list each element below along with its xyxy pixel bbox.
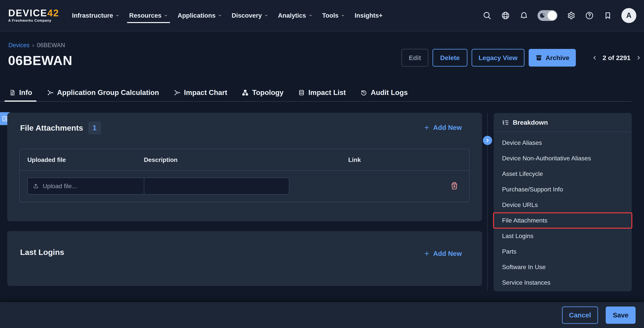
archive-button[interactable]: Archive (529, 49, 576, 67)
table-rows-icon (298, 89, 305, 96)
device-action-bar: Edit Delete Legacy View Archive 2 of 229… (402, 49, 641, 67)
top-nav: DEVICE42 A Freshworks Company Infrastruc… (0, 0, 644, 31)
logo-accent: 42 (47, 8, 59, 19)
detail-tabs: Info Application Group Calculation Impac… (0, 84, 632, 102)
page-title: 06BEWAN (8, 53, 72, 68)
chevron-down-icon (341, 14, 345, 18)
next-record-icon[interactable] (636, 55, 641, 61)
breakdown-panel: Breakdown Device Aliases Device Non-Auth… (494, 113, 632, 291)
collapse-breakdown-button[interactable] (483, 136, 492, 145)
breakdown-item-last-logins[interactable]: Last Logins (494, 228, 631, 244)
delete-attachment-button[interactable] (450, 182, 459, 190)
nav-item-analytics[interactable]: Analytics (273, 0, 318, 31)
upload-file-button[interactable]: Upload file... (28, 178, 144, 195)
breakdown-item-device-non-authoritative-aliases[interactable]: Device Non-Authoritative Aliases (494, 150, 631, 166)
breakdown-item-asset-lifecycle[interactable]: Asset Lifecycle (494, 166, 631, 182)
column-header-uploaded-file: Uploaded file (20, 156, 144, 163)
breakdown-item-parts[interactable]: Parts (494, 244, 631, 259)
breakdown-item-service-instances[interactable]: Service Instances (494, 275, 631, 290)
sitemap-icon (242, 89, 249, 96)
breakdown-item-file-attachments[interactable]: File Attachments (494, 213, 631, 228)
nav-item-applications[interactable]: Applications (173, 0, 227, 31)
nav-item-discovery[interactable]: Discovery (227, 0, 273, 31)
attachments-table: Uploaded file Description Link Upload fi… (19, 149, 470, 202)
list-tree-icon (502, 119, 509, 126)
main-menu: Infrastructure Resources Applications Di… (67, 0, 387, 31)
file-attachments-header: File Attachments 1 (20, 121, 101, 134)
plus-icon (424, 124, 430, 131)
file-text-icon (9, 89, 16, 96)
plus-icon (424, 250, 430, 257)
breadcrumb-devices-link[interactable]: Devices (8, 42, 30, 49)
moon-icon (539, 12, 546, 19)
save-bar: Cancel Save (0, 302, 644, 328)
legacy-view-button[interactable]: Legacy View (472, 49, 524, 67)
theme-toggle[interactable] (538, 10, 558, 21)
last-logins-header: Last Logins (20, 248, 64, 257)
chevron-down-icon (218, 14, 222, 18)
attachment-row: Upload file... (20, 171, 469, 201)
archive-icon (535, 54, 542, 61)
previous-record-icon[interactable] (592, 55, 598, 61)
chevron-down-icon (308, 14, 312, 18)
tab-audit-logs[interactable]: Audit Logs (356, 84, 412, 101)
device42-logo[interactable]: DEVICE42 A Freshworks Company (8, 8, 59, 23)
breakdown-item-software-in-use[interactable]: Software In Use (494, 259, 631, 275)
upload-icon (33, 183, 39, 189)
edit-button[interactable]: Edit (402, 49, 428, 67)
breadcrumb-current: 06BEWAN (37, 42, 65, 49)
help-icon[interactable] (584, 11, 594, 20)
tab-impact-chart[interactable]: Impact Chart (169, 84, 232, 101)
delete-button[interactable]: Delete (432, 49, 468, 67)
tab-info[interactable]: Info (4, 84, 36, 101)
section-title: Last Logins (20, 248, 64, 257)
cancel-button[interactable]: Cancel (562, 306, 598, 324)
chevron-right-icon (485, 137, 490, 143)
chevron-down-icon (164, 14, 168, 18)
nav-item-insights[interactable]: Insights+ (350, 0, 387, 31)
file-attachments-section: File Attachments 1 Add New Uploaded file… (7, 113, 482, 221)
top-nav-utilities: A (482, 8, 636, 23)
upload-placeholder: Upload file... (43, 183, 77, 190)
search-icon[interactable] (482, 11, 492, 20)
nav-item-resources[interactable]: Resources (124, 0, 173, 31)
toggle-knob (548, 11, 557, 20)
attachment-count-badge: 1 (88, 121, 101, 134)
tab-topology[interactable]: Topology (238, 84, 288, 101)
add-last-login-button[interactable]: Add New (424, 250, 462, 257)
trash-icon (450, 182, 459, 190)
section-title: File Attachments (20, 123, 83, 132)
breakdown-list: Device Aliases Device Non-Authoritative … (494, 132, 631, 290)
column-header-link: Link (348, 156, 469, 163)
description-input[interactable] (144, 178, 289, 195)
attachments-table-header: Uploaded file Description Link (20, 149, 469, 171)
chevron-down-icon (115, 14, 120, 18)
last-logins-section: Last Logins Add New (7, 231, 482, 286)
add-attachment-button[interactable]: Add New (424, 124, 462, 131)
nav-item-infrastructure[interactable]: Infrastructure (67, 0, 124, 31)
bookmark-icon[interactable] (603, 11, 612, 20)
device42-app: DEVICE42 A Freshworks Company Infrastruc… (0, 0, 644, 328)
logo-text: DEVICE42 (8, 8, 59, 18)
breakdown-item-purchase-support-info[interactable]: Purchase/Support Info (494, 182, 631, 197)
breakdown-header: Breakdown (494, 113, 631, 132)
breadcrumb-separator: › (32, 42, 34, 49)
column-header-description: Description (144, 156, 348, 163)
chevron-down-icon (264, 14, 268, 18)
notifications-bell-icon[interactable] (519, 11, 529, 20)
logo-tagline: A Freshworks Company (8, 19, 59, 23)
globe-icon[interactable] (501, 11, 510, 20)
user-avatar[interactable]: A (622, 8, 636, 23)
settings-gear-icon[interactable] (566, 11, 576, 20)
tab-impact-list[interactable]: Impact List (294, 84, 350, 101)
nav-item-tools[interactable]: Tools (318, 0, 350, 31)
molecule-icon (47, 89, 54, 96)
molecule-icon (174, 89, 180, 96)
breakdown-item-device-urls[interactable]: Device URLs (494, 197, 631, 213)
pagination-text: 2 of 2291 (602, 54, 630, 62)
breakdown-item-device-aliases[interactable]: Device Aliases (494, 135, 631, 150)
record-pagination: 2 of 2291 (592, 54, 641, 62)
tab-application-group-calculation[interactable]: Application Group Calculation (42, 84, 163, 101)
save-button[interactable]: Save (606, 306, 636, 324)
history-icon (360, 89, 367, 96)
